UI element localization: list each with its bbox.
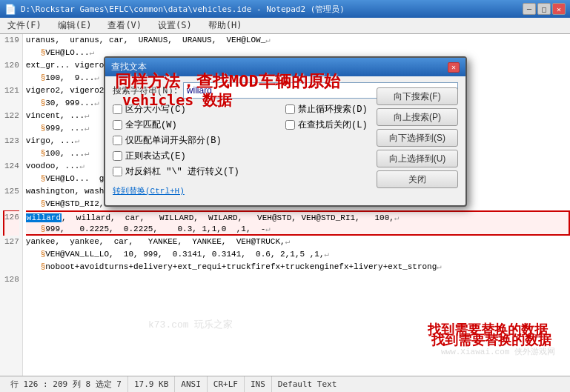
- editor-area: 同样方法，查找MOD车辆的原始 vehicles 数据 119 120 121 …: [0, 34, 570, 376]
- find-buttons: 向下搜索(F) 向上搜索(P) 向下选择到(S) 向上选择到(U) 关闭: [377, 87, 458, 188]
- find-check-backslash: 对反斜杠 "\" 进行转义(T): [113, 165, 285, 178]
- find-check-fullword-input[interactable]: [113, 120, 122, 130]
- find-check-fullword-label: 全字匹配(W): [125, 119, 177, 131]
- status-crlf: CR+LF: [208, 376, 245, 392]
- title-bar-left: 📄 D:\Rockstar Games\EFLC\common\data\veh…: [4, 4, 345, 15]
- maximize-button[interactable]: □: [537, 3, 551, 15]
- status-bar: 行 126 : 209 列 8 选定 7 17.9 KB ANSI CR+LF …: [0, 376, 570, 392]
- title-controls: ─ □ ✕: [523, 3, 566, 15]
- code-line-127a: yankee, yankee, car, YANKEE, YANKEE, VEH…: [26, 236, 570, 248]
- find-dialog-title-text: 查找文本: [111, 61, 147, 73]
- find-check-regex: 正则表达式(E): [113, 150, 285, 162]
- find-options-left: 区分大小写(C) 全字匹配(W) 仅匹配单词开头部分(B) 正则表达式(E): [113, 103, 285, 196]
- find-check-regex-label: 正则表达式(E): [125, 150, 186, 162]
- find-check-backslash-input[interactable]: [113, 167, 122, 176]
- status-row-col: 行 126 : 209 列 8 选定 7: [4, 376, 128, 392]
- window-title: D:\Rockstar Games\EFLC\common\data\vehic…: [21, 4, 345, 15]
- find-check-case-input[interactable]: [113, 104, 122, 114]
- menu-settings[interactable]: 设置(S): [153, 19, 196, 33]
- find-check-closeafter-label: 在查找后关闭(L): [298, 119, 368, 131]
- minimize-button[interactable]: ─: [523, 3, 536, 15]
- find-check-case: 区分大小写(C): [113, 103, 285, 116]
- menu-help[interactable]: 帮助(H): [204, 19, 247, 33]
- find-check-case-label: 区分大小写(C): [125, 103, 186, 116]
- find-up-button[interactable]: 向上搜索(P): [377, 108, 458, 126]
- find-check-regex-input[interactable]: [113, 151, 122, 161]
- code-line-126b: §999, 0.2225, 0.2225, 0.3, 1,1,0 ,1, -↵: [26, 223, 570, 236]
- find-dialog-titlebar: 查找文本 ✕: [105, 58, 465, 76]
- status-ins: INS: [245, 376, 272, 392]
- find-search-label: 搜索字符串(N):: [113, 84, 179, 97]
- status-extra: Default Text: [272, 376, 342, 392]
- find-check-backslash-label: 对反斜杠 "\" 进行转义(T): [125, 165, 239, 178]
- code-line-119a: uranus, uranus, car, URANUS, URANUS, VEH…: [26, 34, 570, 47]
- code-line-127b: §VEH@VAN_LL_LO, 10, 999, 0.3141, 0.3141,…: [26, 248, 570, 261]
- find-select-up-button[interactable]: 向上选择到(U): [377, 150, 458, 167]
- find-select-down-button[interactable]: 向下选择到(S): [377, 129, 458, 147]
- find-down-button[interactable]: 向下搜索(F): [377, 87, 458, 105]
- code-line-127c: §noboot+avoidturns+delivery+ext_requi+tr…: [26, 261, 570, 273]
- menu-bar: 文件(F) 编辑(E) 查看(V) 设置(S) 帮助(H): [0, 18, 570, 34]
- code-line-128: [26, 273, 570, 286]
- title-bar: 📄 D:\Rockstar Games\EFLC\common\data\veh…: [0, 0, 570, 18]
- find-replace-link[interactable]: 转到替换(Ctrl+H): [113, 185, 185, 196]
- menu-edit[interactable]: 编辑(E): [53, 19, 96, 33]
- status-encoding: ANSI: [175, 376, 208, 392]
- code-line-126a: willard, willard, car, WILLARD, WILARD, …: [26, 210, 570, 223]
- menu-view[interactable]: 查看(V): [103, 19, 146, 33]
- annotation-find-note: 找到需要替换的数据: [428, 321, 548, 339]
- find-check-nowrap-input[interactable]: [285, 104, 295, 114]
- find-check-wordstart-label: 仅匹配单词开头部分(B): [125, 134, 222, 147]
- find-close-button[interactable]: 关闭: [377, 170, 458, 188]
- line-numbers: 119 120 121 122 123 124 125 126 127 128: [0, 34, 23, 376]
- find-check-fullword: 全字匹配(W): [113, 119, 285, 131]
- close-button[interactable]: ✕: [552, 3, 566, 15]
- find-check-wordstart-input[interactable]: [113, 136, 122, 145]
- app-icon: 📄: [4, 4, 16, 15]
- find-check-nowrap-label: 禁止循环搜索(D): [298, 103, 368, 116]
- find-check-wordstart: 仅匹配单词开头部分(B): [113, 134, 285, 147]
- find-check-closeafter-input[interactable]: [285, 120, 295, 130]
- find-dialog: 查找文本 ✕ 搜索字符串(N): ▼ 区分大小写(C): [104, 56, 467, 207]
- menu-file[interactable]: 文件(F): [3, 19, 46, 33]
- status-size: 17.9 KB: [128, 376, 175, 392]
- find-dialog-close-button[interactable]: ✕: [448, 62, 460, 73]
